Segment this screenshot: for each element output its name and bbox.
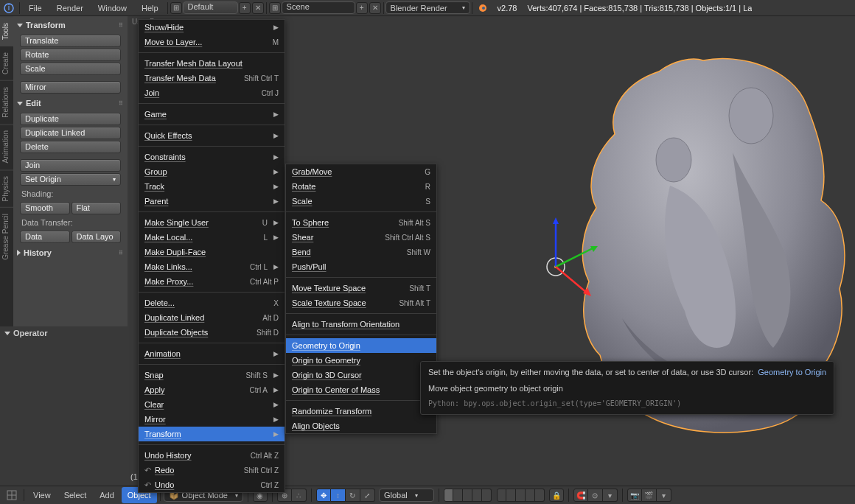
menu-item-duplicate-objects[interactable]: Duplicate ObjectsShift D — [139, 325, 285, 340]
menu-item-transfer-mesh-data-layout[interactable]: Transfer Mesh Data Layout — [139, 56, 285, 71]
mirror-button[interactable]: Mirror — [20, 81, 121, 94]
operator-header[interactable]: Operator — [0, 326, 128, 340]
menu-help[interactable]: Help — [134, 0, 166, 16]
submenu-item-to-sphere[interactable]: To SphereShift Alt S — [286, 215, 436, 230]
menu-window[interactable]: Window — [91, 0, 134, 16]
menu-item-delete-[interactable]: Delete...X — [139, 295, 285, 310]
menu-file[interactable]: File — [21, 0, 49, 16]
menu-item-transform[interactable]: Transform▶ — [139, 427, 285, 441]
data-layout-button[interactable]: Data Layo — [71, 231, 122, 243]
submenu-item-push-pull[interactable]: Push/Pull — [286, 259, 436, 274]
info-icon[interactable]: i — [0, 0, 18, 16]
lock-layers-button[interactable]: 🔒 — [549, 489, 564, 502]
layer-button[interactable] — [497, 489, 506, 502]
opengl-options-button[interactable]: ▾ — [657, 489, 671, 502]
join-button[interactable]: Join — [20, 159, 121, 172]
transform-gizmo[interactable] — [537, 214, 626, 302]
submenu-item-align-objects[interactable]: Align Objects — [286, 419, 436, 433]
layer-button[interactable] — [526, 489, 535, 502]
submenu-item-move-texture-space[interactable]: Move Texture SpaceShift T — [286, 281, 436, 295]
smooth-button[interactable]: Smooth — [20, 202, 70, 214]
layer-button[interactable] — [535, 489, 545, 502]
layout-input[interactable]: Default — [183, 1, 238, 14]
history-panel-header[interactable]: History⠿ — [15, 246, 125, 259]
submenu-item-origin-to-geometry[interactable]: Origin to Geometry — [286, 353, 436, 368]
menu-item-group[interactable]: Group▶ — [139, 164, 285, 179]
snap-target[interactable]: ▾ — [603, 489, 618, 502]
orientation-select[interactable]: Global▾ — [379, 489, 434, 502]
menu-item-show-hide[interactable]: Show/Hide▶ — [139, 20, 285, 35]
menu-item-game[interactable]: Game▶ — [139, 107, 285, 122]
menu-item-redo[interactable]: ↶RedoShift Ctrl Z — [139, 463, 285, 477]
tab-physics[interactable]: Physics — [0, 169, 13, 207]
manipulator-scale[interactable]: ⤢ — [360, 489, 375, 502]
scene-input[interactable]: Scene — [282, 1, 355, 14]
opengl-render-anim-button[interactable]: 🎬 — [642, 489, 657, 502]
menu-item-constraints[interactable]: Constraints▶ — [139, 150, 285, 164]
menu-select[interactable]: Select — [58, 487, 93, 503]
submenu-item-grab-move[interactable]: Grab/MoveG — [286, 164, 436, 179]
menu-item-make-proxy-[interactable]: Make Proxy...Ctrl Alt P — [139, 274, 285, 289]
snap-toggle[interactable]: 🧲 — [573, 489, 588, 502]
tab-create[interactable]: Create — [0, 46, 13, 80]
duplicate-linked-button[interactable]: Duplicate Linked — [20, 127, 121, 139]
layout-remove-button[interactable]: ✕ — [252, 2, 264, 14]
menu-item-clear[interactable]: Clear▶ — [139, 397, 285, 412]
menu-add[interactable]: Add — [94, 487, 120, 503]
submenu-item-align-to-transform-orientation[interactable]: Align to Transform Orientation — [286, 317, 436, 332]
menu-item-make-single-user[interactable]: Make Single UserU▶ — [139, 215, 285, 230]
transform-panel-header[interactable]: Transform⠿ — [15, 18, 125, 32]
submenu-item-geometry-to-origin[interactable]: Geometry to Origin — [286, 338, 436, 353]
scene-remove-button[interactable]: ✕ — [369, 2, 381, 14]
menu-item-make-links-[interactable]: Make Links...Ctrl L▶ — [139, 259, 285, 274]
menu-item-make-dupli-face[interactable]: Make Dupli-Face — [139, 245, 285, 259]
menu-item-move-to-layer-[interactable]: Move to Layer...M — [139, 35, 285, 49]
menu-item-join[interactable]: JoinCtrl J — [139, 85, 285, 100]
layout-browse-button[interactable]: ⊞ — [170, 2, 182, 14]
manipulator-rotate[interactable]: ↻ — [346, 489, 360, 502]
scene-browse-button[interactable]: ⊞ — [269, 2, 281, 14]
translate-button[interactable]: Translate — [20, 35, 121, 47]
layer-button[interactable] — [453, 489, 463, 502]
manipulator-toggle[interactable]: ✥ — [316, 489, 331, 502]
submenu-item-origin-to-center-of-mass[interactable]: Origin to Center of Mass — [286, 382, 436, 397]
layer-button[interactable] — [472, 489, 482, 502]
submenu-item-rotate[interactable]: RotateR — [286, 179, 436, 194]
menu-item-mirror[interactable]: Mirror▶ — [139, 412, 285, 427]
rotate-button[interactable]: Rotate — [20, 49, 121, 61]
submenu-item-origin-to-3d-cursor[interactable]: Origin to 3D Cursor — [286, 368, 436, 382]
tab-grease-pencil[interactable]: Grease Pencil — [0, 207, 13, 266]
menu-item-make-local-[interactable]: Make Local...L▶ — [139, 230, 285, 245]
menu-item-track[interactable]: Track▶ — [139, 179, 285, 194]
flat-button[interactable]: Flat — [71, 202, 122, 214]
layer-button[interactable] — [444, 489, 453, 502]
layout-add-button[interactable]: + — [239, 2, 251, 14]
menu-item-undo[interactable]: ↶UndoCtrl Z — [139, 477, 285, 492]
menu-item-parent[interactable]: Parent▶ — [139, 194, 285, 209]
opengl-render-button[interactable]: 📷 — [627, 489, 642, 502]
menu-item-undo-history[interactable]: Undo HistoryCtrl Alt Z — [139, 448, 285, 463]
menu-item-snap[interactable]: SnapShift S▶ — [139, 368, 285, 382]
layer-button[interactable] — [516, 489, 526, 502]
menu-item-animation[interactable]: Animation▶ — [139, 346, 285, 361]
duplicate-button[interactable]: Duplicate — [20, 113, 121, 125]
render-engine-select[interactable]: Blender Render▾ — [385, 1, 470, 14]
set-origin-button[interactable]: Set Origin▾ — [20, 173, 121, 186]
layer-button[interactable] — [463, 489, 472, 502]
tab-relations[interactable]: Relations — [0, 80, 13, 124]
editor-type-icon[interactable] — [3, 487, 21, 503]
menu-item-duplicate-linked[interactable]: Duplicate LinkedAlt D — [139, 310, 285, 325]
submenu-item-bend[interactable]: BendShift W — [286, 245, 436, 259]
menu-item-apply[interactable]: ApplyCtrl A▶ — [139, 382, 285, 397]
submenu-item-shear[interactable]: ShearShift Ctrl Alt S — [286, 230, 436, 245]
edit-panel-header[interactable]: Edit⠿ — [15, 97, 125, 110]
delete-button[interactable]: Delete — [20, 141, 121, 153]
tab-animation[interactable]: Animation — [0, 124, 13, 169]
menu-item-quick-effects[interactable]: Quick Effects▶ — [139, 128, 285, 143]
layer-button[interactable] — [506, 489, 516, 502]
manipulator-translate[interactable]: ↕ — [331, 489, 346, 502]
snap-element[interactable]: ⊙ — [588, 489, 603, 502]
menu-item-transfer-mesh-data[interactable]: Transfer Mesh DataShift Ctrl T — [139, 71, 285, 85]
menu-view[interactable]: View — [27, 487, 57, 503]
manipulate-center-button[interactable]: ∴ — [292, 489, 307, 502]
